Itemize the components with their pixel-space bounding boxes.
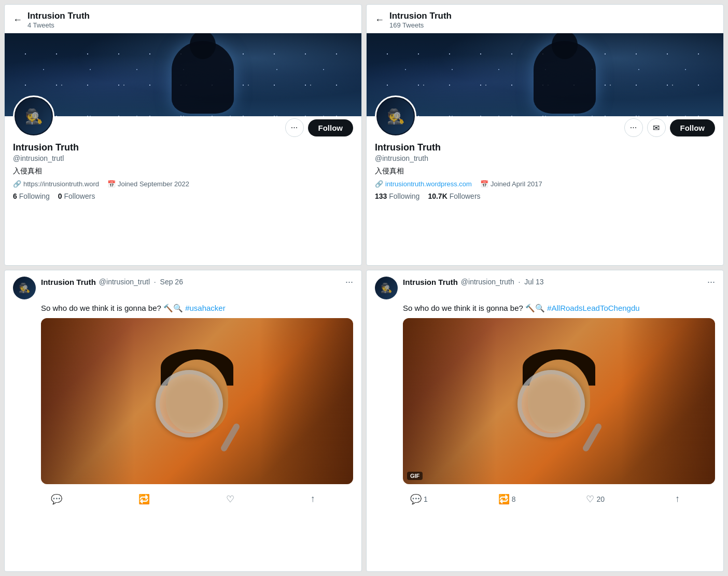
avatar-left: 🕵️ [13,95,54,137]
magnify-glass-right [517,370,585,437]
profile-panel-left: ← Intrusion Truth 4 Tweets 🕵️ ··· Follow… [4,4,362,266]
tweet-panel-left: 🕵️ Intrusion Truth @intrusion_trutl · Se… [4,270,362,572]
like-count-right: 20 [596,495,605,503]
tweet-avatar-right: 🕵️ [375,277,398,299]
tweet-avatar-icon-left: 🕵️ [19,282,30,294]
tweet-header-left: 🕵️ Intrusion Truth @intrusion_trutl · Se… [13,277,353,299]
profile-info-right: 🕵️ ··· ✉ Follow Intrusion Truth @intrusi… [367,116,723,207]
avatar-figure-icon-left: 🕵️ [25,108,43,125]
profile-stats-right: 133 Following 10.7K Followers [375,192,715,200]
tweet-meta-left: Intrusion Truth @intrusion_trutl · Sep 2… [41,277,353,287]
gif-placeholder-right: GIF [403,318,715,484]
more-button-left[interactable]: ··· [285,118,304,137]
following-label-left: Following [19,192,50,200]
mail-button-right[interactable]: ✉ [647,118,666,137]
tweet-content-right: So who do we think it is gonna be? 🔨🔍 #A… [403,304,715,313]
profile-name-left: Intrusion Truth [13,142,353,153]
hashtag-left[interactable]: #usahacker [185,304,226,312]
follow-button-right[interactable]: Follow [670,119,716,136]
reply-button-right[interactable]: 💬 1 [406,491,432,507]
followers-stat-right[interactable]: 10.7K Followers [428,192,480,200]
tweet-handle-date-left: @intrusion_trutl · Sep 26 [99,278,183,286]
tweet-avatar-icon-right: 🕵️ [381,282,392,294]
retweet-button-right[interactable]: 🔁 8 [494,491,520,507]
profile-handle-right: @intrusion_truth [375,154,715,162]
following-stat-left[interactable]: 6 Following [13,192,50,200]
tweet-more-right[interactable]: ··· [707,277,715,287]
reply-icon-right: 💬 [410,493,422,505]
website-text-left: https://intrusiontruth.word [23,180,99,188]
meta-website-right: 🔗 intrusiontruth.wordpress.com [375,180,472,188]
website-link-right[interactable]: intrusiontruth.wordpress.com [385,180,472,188]
profile-stats-left: 6 Following 0 Followers [13,192,353,200]
magnify-glass-left [156,370,223,437]
profile-bio-left: 入侵真相 [13,167,353,176]
avatar-right: 🕵️ [375,95,416,137]
face-art-right [512,344,606,458]
like-button-left[interactable]: ♡ [222,491,239,507]
followers-num-right: 10.7K [428,192,447,200]
header-title-right: Intrusion Truth 169 Tweets [389,11,452,29]
avatar-actions-right: 🕵️ ··· ✉ Follow [375,95,715,137]
joined-text-left: Joined September 2022 [118,180,189,188]
hashtag-right[interactable]: #AllRoadsLeadToChengdu [547,304,639,312]
tweet-avatar-left: 🕵️ [13,277,36,299]
tweet-actions-right: 💬 1 🔁 8 ♡ 20 ↑ [375,489,715,507]
tweet-actions-left: 💬 🔁 ♡ ↑ [13,489,353,507]
profile-info-left: 🕵️ ··· Follow Intrusion Truth @intrusion… [5,116,361,207]
back-icon-left[interactable]: ← [13,15,22,25]
profile-bio-right: 入侵真相 [375,167,715,176]
avatar-inner-left: 🕵️ [16,98,52,134]
header-title-left: Intrusion Truth 4 Tweets [27,11,90,29]
profile-meta-left: 🔗 https://intrusiontruth.word 📅 Joined S… [13,180,353,188]
like-icon-left: ♡ [226,493,234,505]
like-button-right[interactable]: ♡ 20 [582,491,609,507]
tweet-image-right: GIF [403,318,715,484]
back-icon-right[interactable]: ← [375,15,384,25]
joined-text-right: Joined April 2017 [491,180,542,188]
followers-label-left: Followers [64,192,95,200]
account-name-left: Intrusion Truth [27,11,90,21]
header-bar-right: ← Intrusion Truth 169 Tweets [367,5,723,33]
avatar-actions-left: 🕵️ ··· Follow [13,95,353,137]
retweet-button-left[interactable]: 🔁 [134,491,154,507]
magnify-handle-left [220,422,241,452]
face-art-left [150,344,244,458]
following-stat-right[interactable]: 133 Following [375,192,419,200]
account-name-right: Intrusion Truth [389,11,452,21]
retweet-count-right: 8 [512,495,516,503]
actions-row-right: ··· ✉ Follow [624,118,716,137]
profile-meta-right: 🔗 intrusiontruth.wordpress.com 📅 Joined … [375,180,715,188]
tweet-header-right: 🕵️ Intrusion Truth @intrusion_truth · Ju… [375,277,715,299]
reply-icon-left: 💬 [51,493,62,505]
followers-label-right: Followers [450,192,481,200]
profile-handle-left: @intrusion_trutl [13,154,353,162]
actions-row-left: ··· Follow [285,118,354,137]
meta-joined-left: 📅 Joined September 2022 [107,180,189,188]
tweet-image-left [41,318,353,484]
follow-button-left[interactable]: Follow [308,119,354,136]
share-button-right[interactable]: ↑ [671,491,684,506]
gif-placeholder-left [41,318,353,484]
share-button-left[interactable]: ↑ [306,491,319,506]
link-icon-left: 🔗 [13,180,21,188]
share-icon-right: ↑ [675,493,680,504]
magnify-handle-right [582,422,603,452]
profile-panel-right: ← Intrusion Truth 169 Tweets 🕵️ ··· ✉ Fo… [366,4,724,266]
tweet-panel-right: 🕵️ Intrusion Truth @intrusion_truth · Ju… [366,270,724,572]
following-num-right: 133 [375,192,387,200]
more-button-right[interactable]: ··· [624,118,643,137]
tweet-content-left: So who do we think it is gonna be? 🔨🔍 #u… [41,304,353,313]
reply-button-left[interactable]: 💬 [47,491,66,507]
gif-badge-right: GIF [407,472,423,480]
tweet-name-row-left: Intrusion Truth @intrusion_trutl · Sep 2… [41,277,353,287]
following-num-left: 6 [13,192,17,200]
tweet-name-row-right: Intrusion Truth @intrusion_truth · Jul 1… [403,277,715,287]
tweet-meta-right: Intrusion Truth @intrusion_truth · Jul 1… [403,277,715,287]
header-bar-left: ← Intrusion Truth 4 Tweets [5,5,361,33]
followers-stat-left[interactable]: 0 Followers [58,192,95,200]
tweet-more-left[interactable]: ··· [345,277,353,287]
tweet-handle-date-right: @intrusion_truth · Jul 13 [461,278,544,286]
retweet-icon-right: 🔁 [498,493,510,505]
meta-website-left: 🔗 https://intrusiontruth.word [13,180,99,188]
